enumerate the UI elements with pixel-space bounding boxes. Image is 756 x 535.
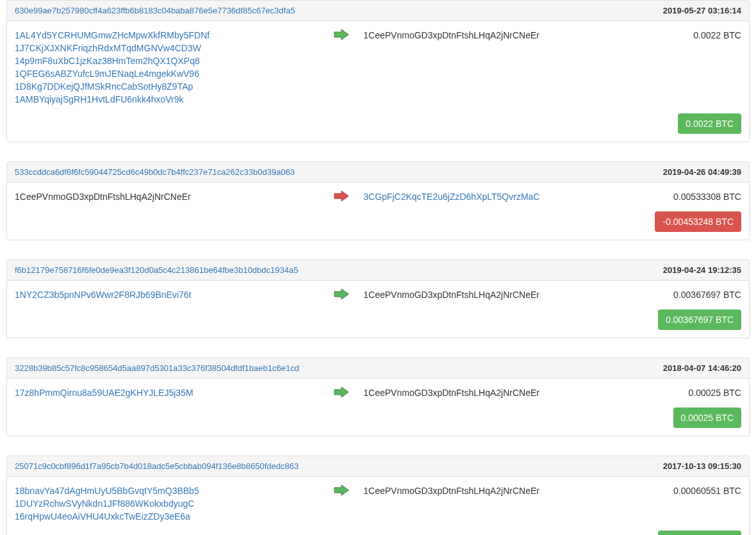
transaction-body: 18bnavYa47dAgHmUyU5BbGvqtY5mQ3BBb51DUYzR… <box>7 477 749 531</box>
net-amount-badge: 0.0022 BTC <box>678 113 741 134</box>
input-address[interactable]: 1AL4Yd5YCRHUMGmwZHcMpwXkfRMby5FDNf <box>15 29 320 42</box>
transaction-footer: 0.0022 BTC <box>7 113 749 142</box>
input-address[interactable]: 1NY2CZ3b5pnNPv6Wwr2F8RJb69BnEvi76t <box>15 288 320 301</box>
transaction-hash-link[interactable]: f6b12179e758716f6fe0de9ea3f120d0a5c4c213… <box>15 265 298 275</box>
transaction-header: 3228b39b85c57fc8c958654d5aa897d5301a33c3… <box>7 358 749 379</box>
output-amount: 0.00533308 BTC <box>654 190 741 203</box>
input-address[interactable]: 1D8Kg7DDKejQJfMSkRncCabSotHy8Z9TAp <box>15 80 320 93</box>
amounts-column: 0.0022 BTC <box>654 29 741 106</box>
transaction-row: 533ccddca6df6f6fc59044725cd6c49b0dc7b4ff… <box>6 161 750 240</box>
transaction-timestamp: 2019-05-27 03:16:14 <box>663 6 741 15</box>
input-address[interactable]: 1QFEG6sABZYufcL9mJENaqLe4mgekKwV96 <box>15 67 320 80</box>
output-amount: 0.0022 BTC <box>654 29 741 42</box>
inputs-column: 18bnavYa47dAgHmUyU5BbGvqtY5mQ3BBb51DUYzR… <box>15 484 320 523</box>
outputs-column: 1CeePVnmoGD3xpDtnFtshLHqA2jNrCNeEr <box>363 288 654 302</box>
transaction-timestamp: 2019-04-26 04:49:39 <box>663 167 741 177</box>
outputs-column: 1CeePVnmoGD3xpDtnFtshLHqA2jNrCNeEr <box>363 386 654 400</box>
inputs-column: 1CeePVnmoGD3xpDtnFtshLHqA2jNrCNeEr <box>15 190 320 204</box>
transaction-header: f6b12179e758716f6fe0de9ea3f120d0a5c4c213… <box>7 260 749 281</box>
transaction-body: 1AL4Yd5YCRHUMGmwZHcMpwXkfRMby5FDNf1J7CKj… <box>7 21 749 113</box>
arrow-right-green-icon <box>320 386 363 400</box>
transaction-row: 630e99ae7b257980cff4a623ffb6b8183c04baba… <box>6 0 750 142</box>
input-address[interactable]: 14p9mF8uXbC1jzKaz38HmTem2hQX1QXPq8 <box>15 54 320 67</box>
output-amount: 0.00025 BTC <box>654 386 741 399</box>
transaction-timestamp: 2018-04-07 14:46:20 <box>663 363 741 373</box>
output-address: 1CeePVnmoGD3xpDtnFtshLHqA2jNrCNeEr <box>363 288 654 301</box>
amounts-column: 0.00060551 BTC <box>654 484 741 523</box>
output-address: 1CeePVnmoGD3xpDtnFtshLHqA2jNrCNeEr <box>363 386 654 399</box>
transaction-body: 17z8hPmmQirnu8a59UAE2gKHYJLEJ5j35M 1CeeP… <box>7 379 749 407</box>
transaction-header: 25071c9c0cbf896d1f7a95cb7b4d018adc5e5cbb… <box>7 456 749 477</box>
svg-marker-0 <box>334 29 349 40</box>
svg-marker-3 <box>334 387 349 397</box>
svg-marker-2 <box>334 289 349 299</box>
arrow-right-red-icon <box>320 190 363 204</box>
arrow-right-green-icon <box>320 484 363 523</box>
transaction-row: f6b12179e758716f6fe0de9ea3f120d0a5c4c213… <box>6 259 750 338</box>
transaction-row: 3228b39b85c57fc8c958654d5aa897d5301a33c3… <box>6 358 750 436</box>
transaction-hash-link[interactable]: 3228b39b85c57fc8c958654d5aa897d5301a33c3… <box>15 363 299 373</box>
transaction-footer: 0.00060551 BTC <box>7 531 749 535</box>
input-address[interactable]: 1AMBYqiyajSgRH1HvtLdFU6nkk4hxoVr9k <box>15 93 320 106</box>
output-amount: 0.00060551 BTC <box>654 484 741 497</box>
input-address[interactable]: 16rqHpwU4eoAiVHU4UxkcTwEizZDy3eE6a <box>15 510 320 523</box>
output-amount: 0.00367697 BTC <box>654 288 741 301</box>
net-amount-badge: -0.00453248 BTC <box>655 211 741 232</box>
transaction-footer: -0.00453248 BTC <box>7 211 749 240</box>
svg-marker-4 <box>334 485 349 495</box>
transaction-hash-link[interactable]: 533ccddca6df6f6fc59044725cd6c49b0dc7b4ff… <box>15 167 295 177</box>
transaction-footer: 0.00025 BTC <box>7 407 749 436</box>
transaction-body: 1CeePVnmoGD3xpDtnFtshLHqA2jNrCNeEr 3CGpF… <box>7 183 749 211</box>
outputs-column: 1CeePVnmoGD3xpDtnFtshLHqA2jNrCNeEr <box>363 29 654 106</box>
arrow-right-green-icon <box>320 288 363 302</box>
net-amount-badge: 0.00060551 BTC <box>658 531 741 535</box>
net-amount-badge: 0.00367697 BTC <box>658 309 741 330</box>
inputs-column: 17z8hPmmQirnu8a59UAE2gKHYJLEJ5j35M <box>15 386 320 400</box>
input-address[interactable]: 18bnavYa47dAgHmUyU5BbGvqtY5mQ3BBb5 <box>15 484 320 497</box>
transaction-row: 25071c9c0cbf896d1f7a95cb7b4d018adc5e5cbb… <box>6 456 750 535</box>
transaction-header: 533ccddca6df6f6fc59044725cd6c49b0dc7b4ff… <box>7 162 749 183</box>
input-address[interactable]: 1DUYzRchwSVyNkdn1JFf886WKokxbdyugC <box>15 497 320 510</box>
amounts-column: 0.00025 BTC <box>654 386 741 400</box>
transaction-header: 630e99ae7b257980cff4a623ffb6b8183c04baba… <box>7 1 749 21</box>
outputs-column: 3CGpFjC2KqcTE2u6jZzD6hXpLT5QvrzMaC <box>363 190 654 204</box>
inputs-column: 1AL4Yd5YCRHUMGmwZHcMpwXkfRMby5FDNf1J7CKj… <box>15 29 320 106</box>
input-address: 1CeePVnmoGD3xpDtnFtshLHqA2jNrCNeEr <box>15 190 320 203</box>
transaction-hash-link[interactable]: 25071c9c0cbf896d1f7a95cb7b4d018adc5e5cbb… <box>15 461 299 471</box>
output-address[interactable]: 3CGpFjC2KqcTE2u6jZzD6hXpLT5QvrzMaC <box>363 190 654 203</box>
svg-marker-1 <box>334 191 349 201</box>
inputs-column: 1NY2CZ3b5pnNPv6Wwr2F8RJb69BnEvi76t <box>15 288 320 302</box>
output-address: 1CeePVnmoGD3xpDtnFtshLHqA2jNrCNeEr <box>363 484 654 497</box>
transaction-body: 1NY2CZ3b5pnNPv6Wwr2F8RJb69BnEvi76t 1CeeP… <box>7 281 749 309</box>
outputs-column: 1CeePVnmoGD3xpDtnFtshLHqA2jNrCNeEr <box>363 484 654 523</box>
input-address[interactable]: 1J7CKjXJXNKFriqzhRdxMTqdMGNVw4CD3W <box>15 42 320 54</box>
arrow-right-green-icon <box>320 29 363 106</box>
transaction-hash-link[interactable]: 630e99ae7b257980cff4a623ffb6b8183c04baba… <box>15 6 295 15</box>
transaction-timestamp: 2019-04-24 19:12:35 <box>663 265 741 275</box>
transaction-timestamp: 2017-10-13 09:15:30 <box>663 461 741 471</box>
amounts-column: 0.00367697 BTC <box>654 288 741 302</box>
output-address: 1CeePVnmoGD3xpDtnFtshLHqA2jNrCNeEr <box>363 29 654 42</box>
amounts-column: 0.00533308 BTC <box>654 190 741 204</box>
input-address[interactable]: 17z8hPmmQirnu8a59UAE2gKHYJLEJ5j35M <box>15 386 320 399</box>
net-amount-badge: 0.00025 BTC <box>673 407 742 428</box>
transaction-footer: 0.00367697 BTC <box>7 309 749 338</box>
